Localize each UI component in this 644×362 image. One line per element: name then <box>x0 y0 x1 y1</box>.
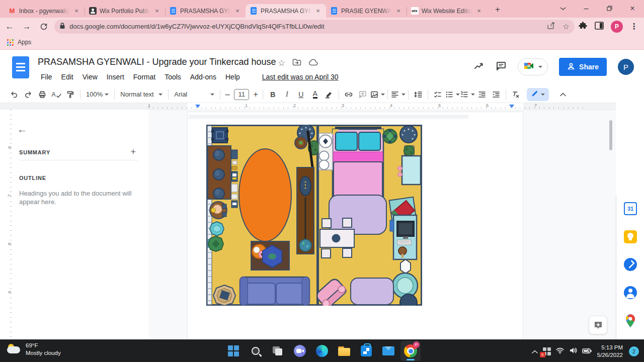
minimize-button[interactable]: – <box>575 0 598 17</box>
horizontal-ruler[interactable]: 1 1 2 3 4 5 6 7 <box>0 103 616 110</box>
window-chevron-icon[interactable] <box>551 0 575 17</box>
menu-insert[interactable]: Insert <box>102 71 129 82</box>
text-color-icon[interactable]: A <box>308 88 322 101</box>
add-comment-icon[interactable] <box>356 88 370 101</box>
document-canvas[interactable] <box>149 110 616 339</box>
document-image-floorplan[interactable] <box>206 125 435 306</box>
battery-icon[interactable] <box>582 347 592 356</box>
zoom-select[interactable]: 100% <box>83 88 112 101</box>
bold-icon[interactable]: B <box>266 88 280 101</box>
star-document-icon[interactable]: ☆ <box>278 58 285 68</box>
close-tab-icon[interactable]: × <box>475 7 483 15</box>
search-button[interactable] <box>246 341 266 361</box>
calendar-icon[interactable]: 31 <box>623 202 637 216</box>
comments-icon[interactable] <box>496 61 507 73</box>
print-icon[interactable] <box>35 88 49 101</box>
tab-gmail[interactable]: M Inbox - pgyenwali@ × <box>4 4 85 18</box>
menu-edit[interactable]: Edit <box>57 71 78 82</box>
keep-icon[interactable] <box>623 230 637 244</box>
apps-grid-icon[interactable] <box>7 39 14 46</box>
last-edit-link[interactable]: Last edit was on April 30 <box>258 71 343 82</box>
clock[interactable]: 5:13 PM5/26/2022 <box>597 344 623 359</box>
forward-icon[interactable]: → <box>19 19 34 34</box>
font-size-increase-icon[interactable]: + <box>251 88 260 101</box>
back-arrow-icon[interactable]: ← <box>17 124 27 135</box>
font-size-decrease-icon[interactable]: – <box>223 88 232 101</box>
bookmark-star-icon[interactable]: ☆ <box>562 22 570 31</box>
contacts-icon[interactable] <box>623 286 637 300</box>
undo-icon[interactable] <box>7 88 21 101</box>
close-window-button[interactable]: × <box>621 0 644 17</box>
back-icon[interactable]: ← <box>2 19 17 34</box>
highlight-color-icon[interactable] <box>322 88 336 101</box>
editing-mode-button[interactable] <box>527 88 549 101</box>
store-button[interactable] <box>356 341 376 361</box>
insert-image-icon[interactable] <box>370 88 385 101</box>
new-tab-button[interactable]: + <box>491 3 504 16</box>
menu-tools[interactable]: Tools <box>160 71 186 82</box>
wifi-icon[interactable] <box>556 347 564 356</box>
google-docs-logo[interactable] <box>12 56 29 78</box>
tab-docs-active[interactable]: PRASAMSHA GYEN × <box>246 4 326 18</box>
italic-icon[interactable]: I <box>280 88 294 101</box>
cloud-saved-icon[interactable] <box>308 58 318 68</box>
edge-button[interactable] <box>312 341 332 361</box>
redo-icon[interactable] <box>21 88 35 101</box>
notification-badge[interactable]: 2 <box>629 346 639 356</box>
menu-help[interactable]: Help <box>221 71 245 82</box>
close-tab-icon[interactable]: × <box>314 7 322 15</box>
share-button[interactable]: Share <box>559 58 607 76</box>
tasks-icon[interactable] <box>623 257 637 272</box>
apps-bookmark[interactable]: Apps <box>18 39 31 46</box>
move-folder-icon[interactable] <box>292 58 301 68</box>
docs-profile-avatar[interactable]: P <box>618 59 634 75</box>
menu-file[interactable]: File <box>36 71 57 82</box>
close-tab-icon[interactable]: × <box>394 7 403 15</box>
menu-addons[interactable]: Add-ons <box>186 71 221 82</box>
volume-icon[interactable] <box>569 347 577 356</box>
underline-icon[interactable]: U <box>294 88 308 101</box>
collapse-toolbar-icon[interactable] <box>556 88 570 101</box>
menu-format[interactable]: Format <box>129 71 160 82</box>
vertical-ruler[interactable]: 6 7 8 9 <box>7 110 16 339</box>
task-view-button[interactable] <box>268 341 288 361</box>
close-tab-icon[interactable]: × <box>153 7 161 15</box>
increase-indent-icon[interactable] <box>489 88 503 101</box>
mail-button[interactable] <box>378 341 398 361</box>
reload-icon[interactable] <box>36 19 51 34</box>
document-scrollbar[interactable] <box>609 120 612 150</box>
tab-docs-1[interactable]: PRASAMSHA GYEN × <box>165 4 246 18</box>
insights-icon[interactable] <box>473 61 485 73</box>
tab-wix-editor[interactable]: wix Wix Website Editor × <box>407 4 487 18</box>
font-select[interactable]: Arial <box>171 88 217 101</box>
numbered-list-icon[interactable] <box>460 88 475 101</box>
meet-button[interactable] <box>518 58 548 75</box>
chrome-button[interactable]: P <box>400 341 421 361</box>
browser-menu-icon[interactable]: ⋮ <box>630 22 638 31</box>
clear-formatting-icon[interactable] <box>509 88 523 101</box>
chat-button[interactable] <box>290 341 310 361</box>
tab-docs-2[interactable]: PRASIE GYENWALI × <box>326 4 407 18</box>
start-button[interactable] <box>223 341 244 361</box>
suggestions-button[interactable] <box>589 316 607 334</box>
bulleted-list-icon[interactable] <box>445 88 460 101</box>
share-page-icon[interactable] <box>547 22 555 32</box>
indent-marker[interactable] <box>509 105 514 108</box>
close-tab-icon[interactable]: × <box>233 7 242 15</box>
decrease-indent-icon[interactable] <box>475 88 489 101</box>
browser-profile-avatar[interactable]: P <box>611 21 623 33</box>
file-explorer-button[interactable] <box>334 341 354 361</box>
add-summary-button[interactable]: + <box>130 147 136 157</box>
tab-wix-portfolio[interactable]: Wix Portfolio Publis × <box>85 4 165 18</box>
paint-format-icon[interactable] <box>63 88 77 101</box>
restore-button[interactable] <box>598 0 621 17</box>
insert-link-icon[interactable] <box>342 88 356 101</box>
tray-chevron-icon[interactable] <box>532 347 538 356</box>
document-title[interactable]: PRASAMSHA GYENWALI - Upgrade your Tinker… <box>38 57 276 67</box>
spellcheck-icon[interactable]: A <box>49 88 63 101</box>
font-size-field[interactable]: 11 <box>234 89 249 100</box>
close-tab-icon[interactable]: × <box>72 7 80 15</box>
extensions-icon[interactable] <box>579 21 588 32</box>
line-spacing-icon[interactable] <box>411 88 425 101</box>
align-icon[interactable] <box>390 88 406 101</box>
